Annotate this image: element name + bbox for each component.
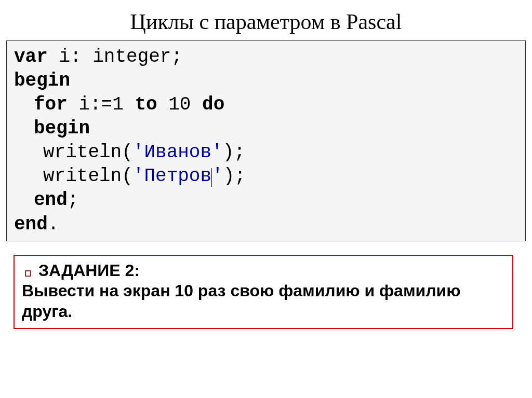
var-decl: i: integer; bbox=[48, 46, 182, 67]
writeln2-end: ); bbox=[223, 166, 246, 187]
string-petrov-b: ' bbox=[212, 166, 223, 187]
code-line-end-inner: end; bbox=[14, 188, 518, 212]
task-box: ЗАДАНИЕ 2: Вывести на экран 10 раз свою … bbox=[14, 255, 513, 329]
keyword-end-inner: end bbox=[34, 189, 68, 211]
keyword-begin-inner: begin bbox=[34, 118, 90, 139]
code-line-end-outer: end. bbox=[14, 213, 518, 237]
code-line-var: var i: integer; bbox=[14, 45, 518, 69]
keyword-to: to bbox=[135, 94, 157, 115]
code-line-begin: begin bbox=[14, 69, 518, 93]
keyword-do: do bbox=[202, 94, 224, 115]
keyword-for: for bbox=[34, 94, 68, 115]
keyword-begin: begin bbox=[14, 70, 70, 91]
code-line-begin2: begin bbox=[14, 117, 518, 141]
for-var: i:=1 bbox=[68, 94, 135, 115]
task-text: Вывести на экран 10 раз свою фамилию и ф… bbox=[22, 280, 505, 322]
task-header: ЗАДАНИЕ 2: bbox=[22, 261, 505, 280]
for-limit: 10 bbox=[157, 94, 202, 115]
code-line-writeln2: writeln('Петров'); bbox=[14, 164, 518, 188]
code-line-writeln1: writeln('Иванов'); bbox=[14, 141, 518, 164]
writeln1-call: writeln( bbox=[43, 142, 133, 163]
keyword-var: var bbox=[14, 46, 48, 67]
string-ivanov: 'Иванов' bbox=[133, 142, 223, 163]
code-block: var i: integer; begin for i:=1 to 10 do … bbox=[6, 40, 526, 241]
string-petrov-a: 'Петров bbox=[133, 166, 211, 187]
slide-title: Циклы с параметром в Pascal bbox=[0, 0, 532, 40]
end-inner-semi: ; bbox=[68, 189, 79, 211]
writeln2-call: writeln( bbox=[43, 166, 133, 187]
end-outer-dot: . bbox=[48, 214, 59, 235]
bullet-square-icon bbox=[25, 270, 31, 277]
task-title: ЗАДАНИЕ 2: bbox=[38, 261, 140, 280]
writeln1-end: ); bbox=[223, 142, 245, 163]
keyword-end-outer: end bbox=[14, 214, 48, 235]
code-line-for: for i:=1 to 10 do bbox=[14, 93, 518, 117]
